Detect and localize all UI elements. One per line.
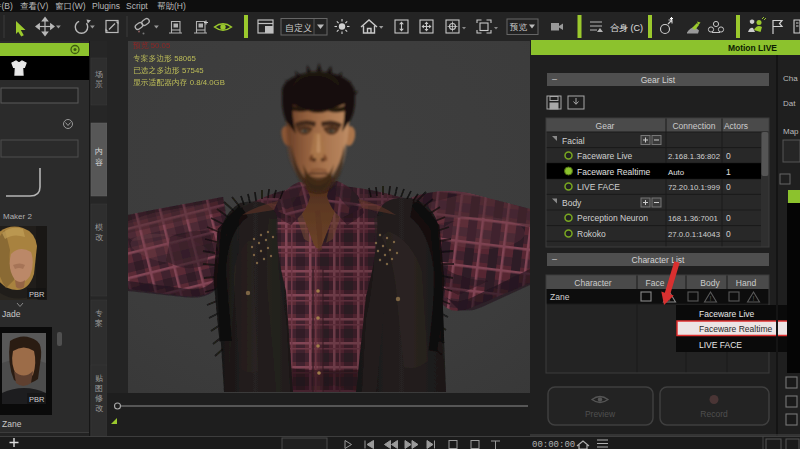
svg-text:景: 景: [95, 80, 103, 89]
svg-text:Gear List: Gear List: [641, 75, 676, 85]
svg-text:Facial: Facial: [562, 136, 585, 146]
svg-text:自定义: 自定义: [285, 23, 312, 33]
svg-text:Rokoko: Rokoko: [577, 229, 606, 239]
svg-text:预览 50.05: 预览 50.05: [133, 41, 171, 50]
svg-text:Dat: Dat: [783, 99, 796, 108]
svg-text:Hand: Hand: [736, 278, 757, 288]
svg-text:Face: Face: [646, 278, 665, 288]
svg-text:LIVE FACE: LIVE FACE: [699, 340, 742, 350]
svg-text:1: 1: [726, 167, 731, 177]
svg-text:Character: Character: [574, 278, 611, 288]
svg-text:案: 案: [95, 319, 103, 328]
svg-text:Faceware Realtime: Faceware Realtime: [577, 167, 650, 177]
svg-text:显示适配器内存 0.8/4.0GB: 显示适配器内存 0.8/4.0GB: [133, 78, 225, 87]
svg-text:内: 内: [95, 147, 103, 156]
svg-text:Motion LIVE: Motion LIVE: [728, 43, 777, 53]
svg-text:0: 0: [726, 182, 731, 192]
svg-text:Preview: Preview: [585, 409, 616, 419]
svg-text:Perception Neuron: Perception Neuron: [577, 213, 648, 223]
svg-text:Body: Body: [562, 198, 582, 208]
svg-text:0: 0: [726, 151, 731, 161]
svg-text:Faceware Live: Faceware Live: [577, 151, 633, 161]
svg-text:Map: Map: [783, 127, 799, 136]
svg-text:PBR: PBR: [29, 395, 45, 404]
svg-text:Faceware Realtime: Faceware Realtime: [699, 324, 772, 334]
svg-text:已选之多边形 57545: 已选之多边形 57545: [133, 66, 204, 75]
svg-text:168.1.36:7001: 168.1.36:7001: [668, 214, 718, 223]
svg-text:LIVE FACE: LIVE FACE: [577, 182, 620, 192]
svg-text:!: !: [710, 295, 712, 302]
svg-text:PBR: PBR: [29, 290, 45, 299]
svg-text:修: 修: [95, 394, 103, 403]
svg-text:Auto: Auto: [668, 168, 685, 177]
svg-text:模: 模: [95, 223, 103, 232]
svg-text:!: !: [753, 295, 755, 302]
svg-text:Record: Record: [700, 409, 728, 419]
svg-text:Gear: Gear: [596, 121, 615, 131]
svg-text:合身 (C): 合身 (C): [610, 23, 643, 33]
svg-text:专案多边形 58065: 专案多边形 58065: [133, 54, 196, 63]
svg-text:Cha: Cha: [783, 74, 798, 83]
svg-text:改: 改: [95, 404, 104, 413]
svg-text:Maker 2: Maker 2: [3, 212, 32, 221]
svg-text:Body: Body: [700, 278, 720, 288]
svg-text:–: –: [552, 254, 557, 264]
svg-text:图: 图: [95, 384, 103, 393]
svg-text:改: 改: [95, 233, 104, 242]
svg-text:–: –: [552, 74, 557, 84]
svg-text:Faceware Live: Faceware Live: [699, 309, 755, 319]
svg-text:Actors: Actors: [724, 121, 748, 131]
svg-text:Zane: Zane: [550, 292, 570, 302]
svg-text:72.20.10.1:999: 72.20.10.1:999: [668, 183, 720, 192]
svg-text:0: 0: [726, 229, 731, 239]
svg-text:场: 场: [94, 70, 103, 79]
svg-text:00:00:00: 00:00:00: [532, 440, 575, 449]
svg-text:容: 容: [95, 158, 103, 167]
svg-text:Zane: Zane: [2, 419, 22, 429]
svg-text:Jade: Jade: [2, 309, 21, 319]
svg-text:Connection: Connection: [672, 121, 715, 131]
svg-text:预览: 预览: [509, 22, 528, 32]
svg-text:0: 0: [726, 213, 731, 223]
svg-text:贴: 贴: [95, 374, 103, 383]
svg-text:27.0.0.1:14043: 27.0.0.1:14043: [668, 230, 720, 239]
svg-text:2.168.1.36:802: 2.168.1.36:802: [668, 152, 720, 161]
svg-text:专: 专: [95, 309, 103, 318]
